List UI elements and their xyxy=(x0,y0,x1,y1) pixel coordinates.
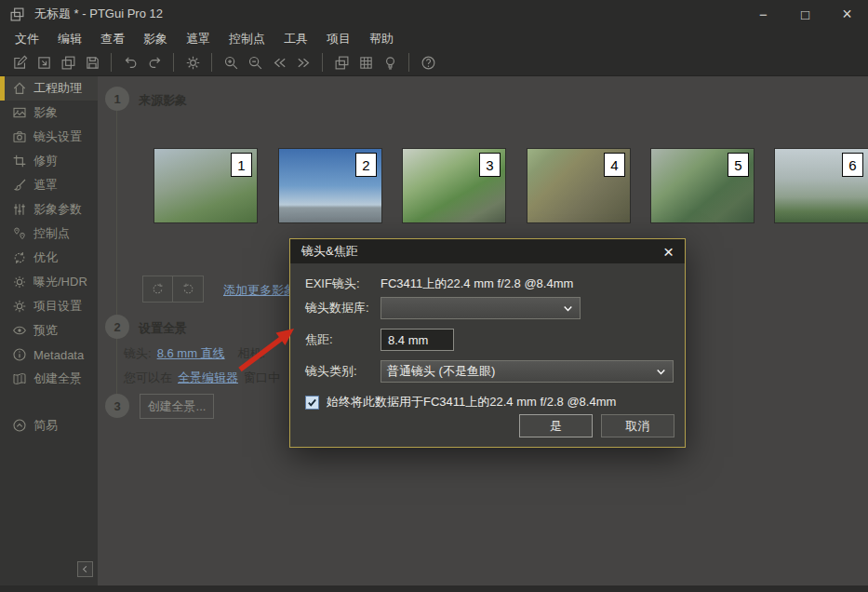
new-project-icon[interactable] xyxy=(7,51,32,74)
minimize-button[interactable]: − xyxy=(742,0,784,28)
editor-hint-after: 窗口中 xyxy=(244,370,280,386)
dialog-close-icon[interactable]: × xyxy=(663,243,674,261)
lens-type-label: 镜头类别: xyxy=(305,363,381,380)
source-image-thumbnail[interactable]: 5 xyxy=(650,148,754,223)
sidebar-item-label: 遮罩 xyxy=(33,177,58,194)
sidebar-item-label: 曝光/HDR xyxy=(33,274,87,290)
sidebar-gap xyxy=(0,391,98,413)
image-number-badge: 1 xyxy=(231,153,252,177)
menu-edit[interactable]: 编辑 xyxy=(48,29,91,49)
always-use-label: 始终将此数据用于FC3411上的22.4 mm f/2.8 @8.4mm xyxy=(327,394,616,410)
zoom-out-icon[interactable] xyxy=(243,51,267,74)
sidebar-item-label: Metadata xyxy=(33,348,84,362)
source-image-thumbnail[interactable]: 2 xyxy=(278,148,382,223)
sidebar-item-label: 控制点 xyxy=(33,225,70,242)
menu-mask[interactable]: 遮罩 xyxy=(177,29,220,49)
sidebar-item-label: 项目设置 xyxy=(33,298,82,315)
source-image-thumbnail[interactable]: 4 xyxy=(527,148,631,223)
sidebar-item-label: 镜头设置 xyxy=(33,128,82,145)
sidebar-item-control-points[interactable]: 控制点 xyxy=(0,222,98,246)
menu-file[interactable]: 文件 xyxy=(6,29,48,49)
next-image-icon[interactable] xyxy=(291,51,315,74)
sidebar-collapse-button[interactable] xyxy=(77,561,93,577)
panorama-icon xyxy=(12,371,27,386)
open-project-icon[interactable] xyxy=(32,51,56,74)
settings-icon[interactable] xyxy=(180,51,205,74)
menu-project[interactable]: 项目 xyxy=(317,29,360,49)
app-window: 无标题 * - PTGui Pro 12 − □ × 文件 编辑 查看 影象 遮… xyxy=(0,0,868,592)
sidebar-item-images[interactable]: 影象 xyxy=(0,101,98,125)
sidebar-item-project-settings[interactable]: 项目设置 xyxy=(0,294,98,318)
image-number-badge: 5 xyxy=(728,153,749,177)
sliders-icon xyxy=(12,202,27,217)
menu-control-points[interactable]: 控制点 xyxy=(220,29,274,49)
menu-help[interactable]: 帮助 xyxy=(360,29,403,49)
sidebar-item-simple-mode[interactable]: 简易 xyxy=(0,413,98,437)
lens-settings-link[interactable]: 8.6 mm 直线 xyxy=(157,345,225,362)
sidebar-item-optimizer[interactable]: 优化 xyxy=(0,246,98,270)
lens-summary-row: 镜头: 8.6 mm 直线 相机: xyxy=(124,345,265,362)
chevron-left-icon xyxy=(80,564,90,574)
lens-type-select[interactable]: 普通镜头 (不是鱼眼) xyxy=(381,360,674,383)
sidebar-item-label: 影象参数 xyxy=(33,201,82,218)
window-bottom-edge xyxy=(0,585,868,592)
close-button[interactable]: × xyxy=(826,0,868,28)
sidebar-item-create-panorama[interactable]: 创建全景 xyxy=(0,367,98,391)
sidebar-item-mask[interactable]: 遮罩 xyxy=(0,173,98,197)
duplicate-icon[interactable] xyxy=(56,51,80,74)
sidebar-item-crop[interactable]: 修剪 xyxy=(0,149,98,173)
save-icon[interactable] xyxy=(80,51,104,74)
sidebar-item-metadata[interactable]: Metadata xyxy=(0,343,98,367)
light-icon[interactable] xyxy=(378,51,402,74)
menu-images[interactable]: 影象 xyxy=(134,29,177,49)
exif-lens-value: FC3411上的22.4 mm f/2.8 @8.4mm xyxy=(381,276,573,292)
dialog-titlebar: 镜头&焦距 × xyxy=(290,239,685,263)
sidebar-item-project-assistant[interactable]: 工程助理 xyxy=(0,76,98,101)
sidebar-item-lens-settings[interactable]: 镜头设置 xyxy=(0,125,98,149)
sidebar-item-preview[interactable]: 预览 xyxy=(0,318,98,343)
menu-tools[interactable]: 工具 xyxy=(274,29,317,49)
rotate-ccw-button[interactable] xyxy=(142,276,173,303)
always-use-checkbox[interactable] xyxy=(305,396,319,410)
menu-view[interactable]: 查看 xyxy=(91,29,134,49)
source-image-thumbnail[interactable]: 3 xyxy=(402,148,506,223)
image-number-badge: 4 xyxy=(604,153,625,177)
lens-database-select[interactable] xyxy=(381,297,581,319)
toolbar-separator xyxy=(111,53,112,72)
focal-length-input[interactable]: 8.4 mm xyxy=(381,329,454,351)
panorama-editor-icon[interactable] xyxy=(329,51,354,74)
rotate-cw-button[interactable] xyxy=(173,276,204,303)
zoom-in-icon[interactable] xyxy=(219,51,243,74)
sidebar-item-image-parameters[interactable]: 影象参数 xyxy=(0,197,98,222)
source-image-thumbnail[interactable]: 1 xyxy=(154,148,258,223)
add-more-images-link[interactable]: 添加更多影象 xyxy=(223,282,296,299)
editor-hint-before: 您可以在 xyxy=(124,370,172,386)
cancel-button[interactable]: 取消 xyxy=(601,414,674,437)
sidebar-item-exposure-hdr[interactable]: 曝光/HDR xyxy=(0,270,98,294)
redo-icon[interactable] xyxy=(142,51,167,74)
dialog-title: 镜头&焦距 xyxy=(301,243,358,260)
undo-icon[interactable] xyxy=(118,51,142,74)
toolbar-separator xyxy=(322,53,323,72)
create-panorama-button[interactable]: 创建全景... xyxy=(140,394,214,419)
lens-database-row: 镜头数据库: xyxy=(305,297,581,319)
maximize-button[interactable]: □ xyxy=(784,0,826,28)
toolbar-separator xyxy=(173,53,174,72)
rotate-ccw-icon xyxy=(151,282,165,296)
panorama-editor-link[interactable]: 全景编辑器 xyxy=(178,370,238,386)
step3-circle: 3 xyxy=(105,394,129,418)
yes-button[interactable]: 是 xyxy=(519,414,593,437)
previous-image-icon[interactable] xyxy=(267,51,291,74)
sidebar: 工程助理 影象 镜头设置 修剪 遮罩 影象参数 xyxy=(0,76,98,585)
titlebar: 无标题 * - PTGui Pro 12 − □ × xyxy=(0,0,868,28)
lens-database-label: 镜头数据库: xyxy=(305,300,381,316)
focal-length-label: 焦距: xyxy=(305,331,381,348)
source-image-thumbnail[interactable]: 6 xyxy=(774,148,868,223)
step2-label: 设置全景 xyxy=(139,320,187,337)
exif-lens-label: EXIF镜头: xyxy=(305,276,381,292)
help-icon[interactable] xyxy=(416,51,440,74)
image-number-badge: 6 xyxy=(842,153,863,177)
detail-viewer-icon[interactable] xyxy=(354,51,378,74)
crop-icon xyxy=(12,154,27,168)
rotate-cw-icon xyxy=(181,282,195,296)
